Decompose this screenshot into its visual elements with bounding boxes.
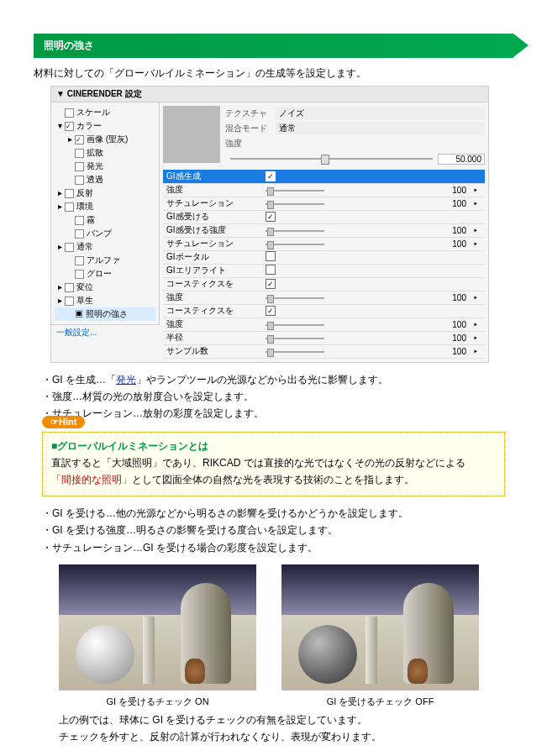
strength-slider[interactable] <box>230 158 433 160</box>
spinner-icon[interactable]: ‣ <box>470 197 485 210</box>
param-value[interactable]: 100 <box>429 318 470 331</box>
slider[interactable] <box>266 324 324 326</box>
checkbox-icon[interactable] <box>75 149 84 158</box>
texture-value[interactable]: ノイズ <box>276 107 485 120</box>
spinner-icon[interactable]: ‣ <box>470 183 485 197</box>
param-value[interactable]: 100 <box>429 331 470 344</box>
slider[interactable] <box>266 297 324 299</box>
param-value[interactable]: 100 <box>429 223 470 237</box>
checkbox[interactable] <box>266 265 276 275</box>
param-value[interactable]: 100 <box>429 183 470 197</box>
checkbox[interactable] <box>266 279 276 289</box>
tree-item-label: アルファ <box>87 255 120 265</box>
param-label: GI感受ける強度 <box>163 223 262 237</box>
param-value[interactable] <box>429 250 470 264</box>
param-row: サチュレーション100‣ <box>163 237 485 250</box>
tree-item[interactable]: スケール <box>55 106 155 119</box>
checkbox[interactable] <box>266 306 276 316</box>
blend-label: 混合モード <box>225 123 276 134</box>
spinner-icon[interactable] <box>470 210 485 223</box>
spinner-icon[interactable] <box>470 250 485 264</box>
tree-item[interactable]: 発光 <box>55 160 155 173</box>
slider[interactable] <box>266 244 324 245</box>
spinner-icon[interactable]: ‣ <box>470 331 485 344</box>
param-value[interactable] <box>429 210 470 223</box>
b1-post: 」やランプツールの光源などから出る光に影響します。 <box>136 374 388 386</box>
checkbox-icon[interactable] <box>75 135 84 144</box>
b2-1: ・GI を受ける…他の光源などから明るさの影響を受けるかどうかを設定します。 <box>42 505 513 522</box>
tree-item-label: グロー <box>87 269 112 278</box>
tree-item[interactable]: アルファ <box>55 254 155 267</box>
param-value[interactable]: 100 <box>429 237 470 250</box>
strength-value[interactable]: 50.000 <box>438 154 485 165</box>
checkbox-icon[interactable] <box>65 283 74 292</box>
tree-item[interactable]: ▾カラー <box>55 119 155 133</box>
spinner-icon[interactable] <box>470 277 485 291</box>
slider[interactable] <box>266 190 324 192</box>
spinner-icon[interactable] <box>470 170 485 183</box>
param-row: 半径100‣ <box>163 331 485 344</box>
checkbox-icon[interactable] <box>65 122 74 131</box>
strength-label: 強度 <box>225 138 276 150</box>
param-row: GI感受ける強度100‣ <box>163 223 485 237</box>
checkbox-icon[interactable] <box>65 297 74 306</box>
material-preview <box>163 106 220 163</box>
checkbox-icon[interactable] <box>65 189 74 198</box>
tree-item[interactable]: 透過 <box>55 173 155 186</box>
hint-title: ■グローバルイルミネーションとは <box>51 438 496 454</box>
tree-item[interactable]: ▸環境 <box>55 200 155 213</box>
tree-item[interactable]: 拡散 <box>55 146 155 160</box>
checkbox[interactable] <box>266 251 276 261</box>
tree-item[interactable]: ▸草生 <box>55 294 155 307</box>
checkbox[interactable] <box>266 212 276 222</box>
param-value[interactable]: 100 <box>429 197 470 210</box>
param-value[interactable]: 100 <box>429 344 470 358</box>
hint-line2-post: として図面全体の自然な光を表現する技術のことを指します。 <box>132 474 414 486</box>
tree-item[interactable]: ▸通常 <box>55 240 155 254</box>
tree-item-label: 変位 <box>76 282 93 291</box>
blend-value[interactable]: 通常 <box>276 122 485 135</box>
tree-item[interactable]: ▸画像 (聖灰) <box>55 133 155 146</box>
checkbox-icon[interactable] <box>75 229 84 239</box>
slider[interactable] <box>266 203 324 205</box>
checkbox-icon[interactable] <box>65 108 74 118</box>
param-value[interactable]: 100 <box>429 291 470 304</box>
param-value[interactable] <box>429 277 470 291</box>
tree-item[interactable]: ▸反射 <box>55 186 155 200</box>
section-title: 照明の強さ <box>34 34 513 58</box>
slider[interactable] <box>266 230 324 232</box>
general-settings-link[interactable]: 一般設定... <box>51 324 160 340</box>
param-value[interactable] <box>429 304 470 318</box>
tree-item-label: 霧 <box>87 215 95 224</box>
spinner-icon[interactable]: ‣ <box>470 223 485 237</box>
spinner-icon[interactable] <box>470 264 485 277</box>
checkbox-icon[interactable] <box>75 176 84 185</box>
tree-item[interactable]: バンプ <box>55 227 155 240</box>
checkbox-icon[interactable] <box>75 270 84 279</box>
tree-item[interactable]: ▣ 照明の強さ <box>55 307 155 321</box>
spinner-icon[interactable]: ‣ <box>470 237 485 250</box>
checkbox[interactable] <box>266 171 276 181</box>
emit-link[interactable]: 発光 <box>116 374 136 386</box>
slider[interactable] <box>266 338 324 339</box>
param-label: コースティクスを <box>163 277 262 291</box>
param-value[interactable] <box>429 264 470 277</box>
b2-2: ・GI を受ける強度…明るさの影響を受ける度合いを設定します。 <box>42 522 513 538</box>
checkbox-icon[interactable] <box>65 202 74 212</box>
param-row: コースティクスを <box>163 277 485 291</box>
checkbox-icon[interactable] <box>65 243 74 252</box>
param-value[interactable] <box>429 170 470 183</box>
tree-item[interactable]: ▸変位 <box>55 281 155 294</box>
spinner-icon[interactable]: ‣ <box>470 344 485 358</box>
tree-item-label: バンプ <box>87 228 112 238</box>
tree-item[interactable]: 霧 <box>55 213 155 227</box>
spinner-icon[interactable]: ‣ <box>470 318 485 331</box>
param-table: GI感生成強度100‣サチュレーション100‣GI感受けるGI感受ける強度100… <box>163 170 485 359</box>
spinner-icon[interactable]: ‣ <box>470 291 485 304</box>
checkbox-icon[interactable] <box>75 216 84 225</box>
checkbox-icon[interactable] <box>75 256 84 265</box>
slider[interactable] <box>266 351 324 353</box>
spinner-icon[interactable] <box>470 304 485 318</box>
tree-item[interactable]: グロー <box>55 267 155 281</box>
checkbox-icon[interactable] <box>75 162 84 171</box>
